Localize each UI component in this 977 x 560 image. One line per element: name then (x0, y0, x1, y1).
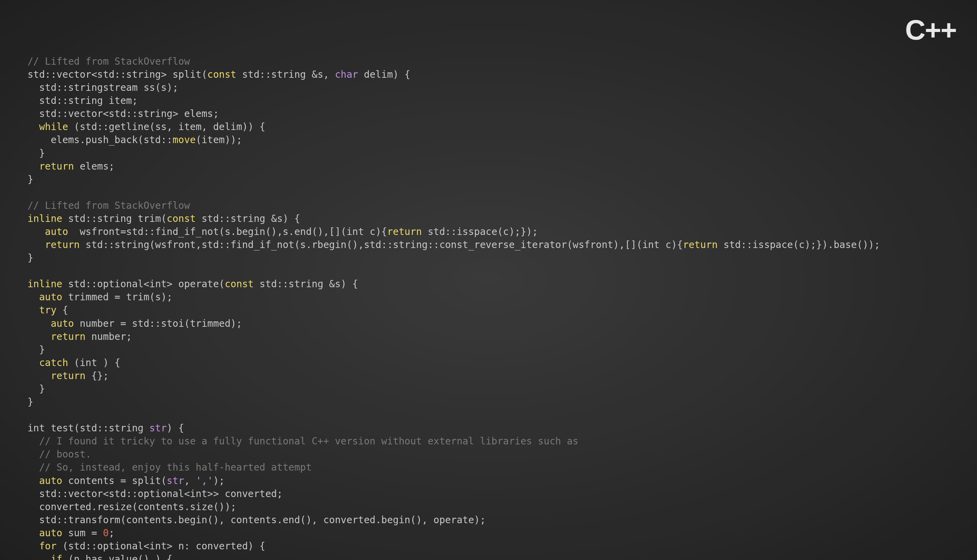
code-line: } (28, 383, 45, 395)
code-line: } (28, 344, 45, 355)
code-line: ); (213, 475, 225, 487)
language-title: C++ (905, 14, 956, 46)
code-line: // So, instead, enjoy this half-hearted … (28, 462, 312, 473)
code-line: std::vector<std::optional<int>> converte… (28, 488, 283, 500)
code-line: (int ) { (68, 357, 120, 368)
code-line: trimmed = trim(s); (62, 292, 172, 303)
code-line: std::optional<int> operate( (62, 278, 225, 290)
code-block: // Lifted from StackOverflow std::vector… (28, 55, 956, 560)
code-line: std::transform(contents.begin(), content… (28, 514, 486, 526)
param-str: str (149, 422, 167, 434)
code-line: ; (109, 527, 115, 539)
keyword-return: return (28, 239, 80, 250)
code-line: (std::getline(ss, item, delim)) { (68, 121, 265, 132)
code-line: std::string trim( (62, 213, 167, 224)
keyword-for: for (28, 540, 57, 552)
code-line: // Lifted from StackOverflow (28, 200, 190, 211)
keyword-return: return (28, 161, 74, 172)
keyword-try: try (28, 304, 57, 316)
keyword-const: const (167, 213, 196, 224)
code-line: } (28, 174, 33, 185)
code-line: elems; (74, 161, 115, 172)
code-line: (n.has_value() ) { (62, 553, 172, 560)
code-line: { (57, 304, 68, 316)
code-line: elems.push_back(std:: (28, 134, 172, 145)
keyword-auto: auto (28, 475, 62, 487)
keyword-auto: auto (28, 292, 62, 303)
code-line: std::vector<std::string> split( (28, 69, 207, 80)
keyword-auto: auto (28, 318, 74, 329)
code-line: (item)); (196, 134, 242, 145)
keyword-inline: inline (28, 278, 62, 290)
keyword-const: const (225, 278, 253, 290)
code-line: number = std::stoi(trimmed); (74, 318, 242, 329)
code-line: std::stringstream ss(s); (28, 82, 178, 93)
code-line: } (28, 252, 33, 263)
keyword-return: return (683, 239, 718, 250)
code-line: {}; (86, 370, 109, 382)
keyword-if: if (28, 553, 62, 560)
code-line: int test(std::string (28, 422, 149, 434)
keyword-const: const (207, 69, 236, 80)
keyword-return: return (28, 370, 86, 382)
code-line: std::string &s, (236, 69, 335, 80)
code-line: number; (86, 331, 132, 342)
code-line: (std::optional<int> n: converted) { (57, 540, 265, 552)
code-line: std::isspace(c);}); (422, 226, 538, 237)
code-line: std::string(wsfront,std::find_if_not(s.r… (80, 239, 683, 250)
code-line: // Lifted from StackOverflow (28, 56, 190, 67)
code-line: converted.resize(contents.size()); (28, 501, 236, 513)
code-line: std::string &s) { (196, 213, 300, 224)
code-line: std::string item; (28, 95, 138, 106)
code-line: } (28, 148, 45, 159)
keyword-auto: auto (28, 226, 68, 237)
code-line: } (28, 396, 33, 408)
keyword-return: return (28, 331, 86, 342)
code-line: sum = (62, 527, 103, 539)
code-line: wsfront=std::find_if_not(s.begin(),s.end… (68, 226, 387, 237)
code-line: // boost. (28, 448, 91, 460)
keyword-inline: inline (28, 213, 62, 224)
number-literal: 0 (103, 527, 109, 539)
code-line: // I found it tricky to use a fully func… (28, 435, 578, 447)
param-str: str (167, 475, 184, 487)
keyword-while: while (28, 121, 68, 132)
keyword-auto: auto (28, 527, 62, 539)
code-line: std::vector<std::string> elems; (28, 108, 219, 119)
fn-move: move (172, 134, 195, 145)
keyword-return: return (387, 226, 422, 237)
code-line: contents = split( (62, 475, 167, 487)
type-char: char (335, 69, 358, 80)
keyword-catch: catch (28, 357, 68, 368)
code-line: delim) { (358, 69, 410, 80)
code-line: std::string &s) { (253, 278, 358, 290)
char-literal: ',' (196, 475, 213, 487)
code-line: std::isspace(c);}).base()); (718, 239, 880, 250)
code-line: , (184, 475, 196, 487)
code-line: ) { (167, 422, 184, 434)
